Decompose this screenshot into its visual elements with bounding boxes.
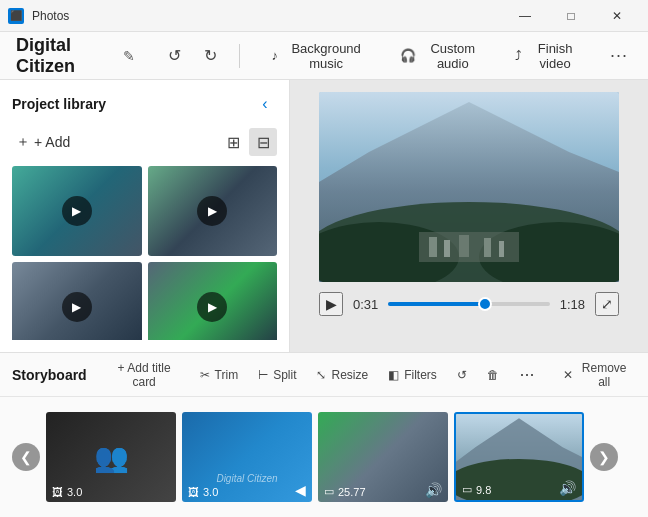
media-item[interactable]: ▶ (148, 262, 278, 340)
content-area: Project library ‹ ＋ + Add ⊞ ⊟ ▶ ▶ (0, 80, 648, 352)
clip[interactable]: ▭ 9.8 🔊 (454, 412, 584, 502)
expand-button[interactable]: ⤢ (595, 292, 619, 316)
clip-audio-icon: ◀ (295, 482, 306, 498)
clip-duration: 3.0 (67, 486, 82, 498)
play-overlay: ▶ (197, 292, 227, 322)
play-overlay: ▶ (62, 292, 92, 322)
close-button[interactable]: ✕ (594, 0, 640, 32)
collapse-panel-button[interactable]: ‹ (253, 92, 277, 116)
clip-type-icon: 🖼 (188, 486, 199, 498)
window-controls: — □ ✕ (502, 0, 640, 32)
svg-rect-8 (459, 235, 469, 257)
filters-icon: ◧ (388, 368, 399, 382)
trim-icon: ✂ (200, 368, 210, 382)
list-view-button[interactable]: ⊟ (249, 128, 277, 156)
undo-button[interactable]: ↺ (159, 40, 191, 72)
titlebar: ⬛ Photos — □ ✕ (0, 0, 648, 32)
redo-button[interactable]: ↻ (195, 40, 227, 72)
svg-rect-7 (444, 240, 450, 257)
undo-redo-group: ↺ ↻ (159, 40, 227, 72)
next-clip-button[interactable]: ❯ (590, 443, 618, 471)
main-container: Digital Citizen ✎ ↺ ↻ ♪ Background music… (0, 32, 648, 517)
add-label: + Add (34, 134, 70, 150)
progress-fill (388, 302, 485, 306)
headphone-icon: 🎧 (400, 48, 416, 63)
media-item[interactable]: ▶ (12, 166, 142, 256)
delete-clip-button[interactable]: 🗑 (481, 364, 505, 386)
toolbar-actions: ♪ Background music 🎧 Custom audio ⤴ Fini… (263, 37, 632, 75)
storyboard-clips: ❮ 👥 🖼 3.0 Digital Citizen 🖼 3.0 ◀ (0, 397, 648, 517)
play-button[interactable]: ▶ (319, 292, 343, 316)
clip-label: ▭ 9.8 (462, 483, 491, 496)
video-preview (319, 92, 619, 282)
progress-bar[interactable] (388, 302, 549, 306)
clip-label: ▭ 25.77 (324, 485, 366, 498)
toolbar-more-button[interactable]: ··· (606, 40, 632, 72)
svg-rect-10 (499, 241, 504, 257)
plus-icon: ＋ (16, 133, 30, 151)
resize-label: Resize (331, 368, 368, 382)
grid-view-button[interactable]: ⊞ (219, 128, 247, 156)
resize-icon: ⤡ (316, 368, 326, 382)
svg-rect-6 (429, 237, 437, 257)
clip-duration: 25.77 (338, 486, 366, 498)
edit-title-icon[interactable]: ✎ (123, 48, 135, 64)
clip[interactable]: 👥 🖼 3.0 (46, 412, 176, 502)
remove-all-button[interactable]: ✕ Remove all (557, 357, 636, 393)
panel-actions: ＋ + Add ⊞ ⊟ (12, 128, 277, 156)
background-music-label: Background music (284, 41, 368, 71)
trim-button[interactable]: ✂ Trim (194, 364, 245, 386)
media-grid: ▶ ▶ ▶ ▶ (12, 166, 277, 340)
app-icon: ⬛ (8, 8, 24, 24)
filters-button[interactable]: ◧ Filters (382, 364, 443, 386)
clip[interactable]: Digital Citizen 🖼 3.0 ◀ (182, 412, 312, 502)
split-icon: ⊢ (258, 368, 268, 382)
clip[interactable]: ▭ 25.77 🔊 (318, 412, 448, 502)
maximize-button[interactable]: □ (548, 0, 594, 32)
add-title-card-button[interactable]: + Add title card (103, 357, 186, 393)
split-button[interactable]: ⊢ Split (252, 364, 302, 386)
media-item[interactable]: ▶ (148, 166, 278, 256)
finish-video-label: Finish video (528, 41, 582, 71)
finish-video-button[interactable]: ⤴ Finish video (507, 37, 590, 75)
rotate-button[interactable]: ↺ Rotate (Ctrl + R) (451, 364, 473, 386)
video-controls: ▶ 0:31 1:18 ⤢ (319, 292, 619, 316)
background-music-button[interactable]: ♪ Background music (263, 37, 376, 75)
music-note-icon: ♪ (271, 48, 278, 63)
play-overlay: ▶ (197, 196, 227, 226)
remove-all-icon: ✕ (563, 368, 573, 382)
media-item[interactable]: ▶ (12, 262, 142, 340)
minimize-button[interactable]: — (502, 0, 548, 32)
clip-type-icon: ▭ (462, 483, 472, 496)
left-panel: Project library ‹ ＋ + Add ⊞ ⊟ ▶ ▶ (0, 80, 290, 352)
clip-label: 🖼 3.0 (188, 486, 218, 498)
app-toolbar: Digital Citizen ✎ ↺ ↻ ♪ Background music… (0, 32, 648, 80)
storyboard-label: Storyboard (12, 367, 87, 383)
toolbar-separator (239, 44, 240, 68)
progress-thumb (478, 297, 492, 311)
project-title: Digital Citizen (16, 35, 115, 77)
prev-clip-button[interactable]: ❮ (12, 443, 40, 471)
people-icon: 👥 (94, 441, 129, 474)
storyboard-toolbar: Storyboard + Add title card ✂ Trim ⊢ Spl… (0, 353, 648, 397)
clip-type-icon: 🖼 (52, 486, 63, 498)
add-title-card-label: + Add title card (109, 361, 180, 389)
storyboard-more-button[interactable]: ··· (513, 359, 541, 391)
export-icon: ⤴ (515, 48, 522, 63)
preview-area: ▶ 0:31 1:18 ⤢ (290, 80, 648, 352)
end-time: 1:18 (560, 297, 585, 312)
app-title: Photos (32, 9, 502, 23)
panel-header: Project library ‹ (12, 92, 277, 116)
clip-audio-icon: 🔊 (425, 482, 442, 498)
clip-audio-icon: 🔊 (559, 480, 576, 496)
custom-audio-label: Custom audio (422, 41, 483, 71)
split-label: Split (273, 368, 296, 382)
rotate-icon: ↺ (457, 368, 467, 382)
custom-audio-button[interactable]: 🎧 Custom audio (392, 37, 491, 75)
add-media-button[interactable]: ＋ + Add (12, 129, 74, 155)
resize-button[interactable]: ⤡ Resize (310, 364, 374, 386)
view-toggle-group: ⊞ ⊟ (219, 128, 277, 156)
clip-type-icon: ▭ (324, 485, 334, 498)
filters-label: Filters (404, 368, 437, 382)
clip-duration: 3.0 (203, 486, 218, 498)
